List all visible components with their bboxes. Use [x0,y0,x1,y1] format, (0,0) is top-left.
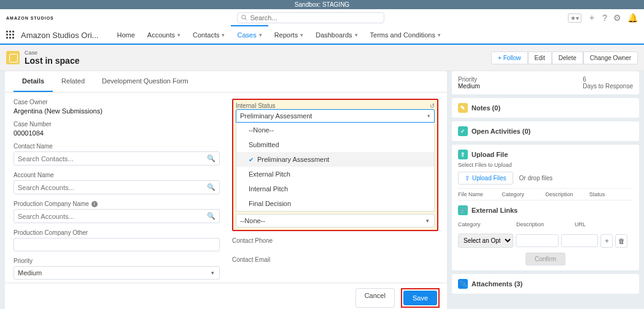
ext-url-input[interactable] [561,234,598,247]
change-owner-button[interactable]: Change Owner [583,52,638,64]
gear-icon[interactable]: ⚙ [613,13,621,23]
confirm-button[interactable]: Confirm [526,253,565,265]
or-drop-label: Or drop files [519,175,553,181]
prod-co-lookup[interactable]: 🔍 [14,209,220,223]
priority-select[interactable]: Medium [14,266,220,280]
tab-details[interactable]: Details [14,71,53,92]
upload-files-button[interactable]: ⇪Upload Files [458,172,513,185]
status-option-submitted[interactable]: Submitted [236,137,434,152]
search-icon: 🔍 [207,183,215,191]
search-icon: 🔍 [207,154,215,162]
nav-reports[interactable]: Reports▾ [268,26,310,44]
account-name-label: Account Name [14,172,220,178]
cancel-button[interactable]: Cancel [355,288,395,308]
app-launcher-icon[interactable] [6,31,15,39]
record-header: Case Lost in space + Follow Edit Delete … [0,45,644,71]
undo-icon[interactable]: ↺ [430,102,435,109]
chevron-down-icon: ▾ [355,26,358,44]
side-priority-label: Priority [458,76,480,83]
notes-card[interactable]: ✎Notes (0) [452,98,639,118]
upload-card: ⇪Upload File Select Files to Upload ⇪Upl… [452,145,639,270]
nav-home[interactable]: Home [111,26,141,44]
delete-button[interactable]: Delete [552,52,583,64]
global-search[interactable] [237,12,384,23]
add-row-button[interactable]: ＋ [600,234,613,248]
status-option-internal[interactable]: Internal Pitch [236,181,434,196]
nav-cases[interactable]: Cases▾ [231,25,268,44]
prod-co-input[interactable] [18,213,207,220]
account-name-lookup[interactable]: 🔍 [14,180,220,194]
case-number-value: 00001084 [14,129,220,137]
ext-category-select[interactable]: Select an Option [458,234,513,248]
attachments-card[interactable]: 📎Attachments (3) [452,274,639,294]
internal-status-options: --None-- Submitted ✔Preliminary Assessme… [236,123,435,212]
col-cat: Category [502,191,545,197]
status-option-preliminary[interactable]: ✔Preliminary Assessment [236,152,434,167]
chevron-down-icon: ▾ [300,26,303,44]
nav-terms[interactable]: Terms and Conditions▾ [364,26,447,44]
notes-icon: ✎ [458,103,468,113]
ext-col-url: URL [575,221,633,227]
prod-co-other-label: Production Company Other [14,229,220,236]
contact-phone-label: Contact Phone [232,237,438,244]
follow-button[interactable]: + Follow [491,52,528,64]
side-priority-value: Medium [458,83,480,90]
external-links-icon: 🔗 [458,205,468,215]
info-icon[interactable]: i [91,201,98,207]
prod-co-other-input[interactable] [14,238,220,251]
internal-status-select[interactable]: Preliminary Assessment▾ [236,109,435,123]
contact-email-label: Contact Email [232,256,438,263]
ext-desc-input[interactable] [516,234,559,247]
col-file: File Name [458,191,502,197]
status-option-none[interactable]: --None-- [236,123,434,137]
nav-contacts[interactable]: Contacts▾ [187,26,231,44]
internal-status-highlight: Internal Status↺ Preliminary Assessment▾… [232,99,438,231]
notification-icon[interactable]: 🔔 [627,13,638,23]
edit-button[interactable]: Edit [528,52,552,64]
account-name-input[interactable] [18,184,207,191]
search-icon: 🔍 [207,212,215,220]
upload-icon: ⇪ [458,150,468,159]
chevron-down-icon: ▾ [259,26,262,44]
record-title: Lost in space [25,56,79,66]
nav-accounts[interactable]: Accounts▾ [141,26,187,44]
col-desc: Description [546,191,589,197]
svg-line-1 [246,18,247,20]
upload-arrow-icon: ⇪ [465,175,470,181]
favorites-icon[interactable]: ★▾ [568,13,581,23]
activities-card[interactable]: ✓Open Activities (0) [452,121,639,141]
case-number-label: Case Number [14,121,220,128]
secondary-select[interactable]: --None-- [236,214,435,227]
delete-row-button[interactable]: 🗑 [615,234,627,248]
upload-sub: Select Files to Upload [458,162,633,168]
nav-dashboards[interactable]: Dashboards▾ [309,26,363,44]
check-icon: ✔ [249,156,254,163]
chevron-down-icon: ▾ [222,26,225,44]
compact-panel: PriorityMedium 6Days to Response [452,71,639,94]
activities-icon: ✓ [458,126,468,136]
tab-dev-form[interactable]: Development Question Form [93,71,197,92]
contact-name-input[interactable] [18,155,207,162]
add-icon[interactable]: ＋ [588,12,596,23]
chevron-down-icon: ▾ [177,26,180,44]
col-status: Status [589,191,633,197]
save-button[interactable]: Save [403,291,437,305]
detail-tabs: Details Related Development Question For… [5,71,447,93]
search-input[interactable] [250,14,380,21]
contact-name-lookup[interactable]: 🔍 [14,151,220,166]
prod-co-label: Production Company Namei [14,200,220,207]
side-days-label: Days to Response [583,83,633,90]
ext-col-cat: Category [458,221,516,227]
object-type: Case [25,50,79,56]
priority-label: Priority [14,258,220,264]
search-icon [241,15,247,21]
case-owner-label: Case Owner [14,99,220,105]
case-icon [6,51,20,64]
tab-related[interactable]: Related [53,71,93,92]
status-option-final[interactable]: Final Decision [236,196,434,211]
help-icon[interactable]: ? [602,13,607,23]
svg-point-0 [242,15,246,19]
chevron-down-icon: ▾ [427,113,430,119]
case-owner-value: Argentina (New Submissions) [14,107,220,115]
status-option-external[interactable]: External Pitch [236,167,434,181]
